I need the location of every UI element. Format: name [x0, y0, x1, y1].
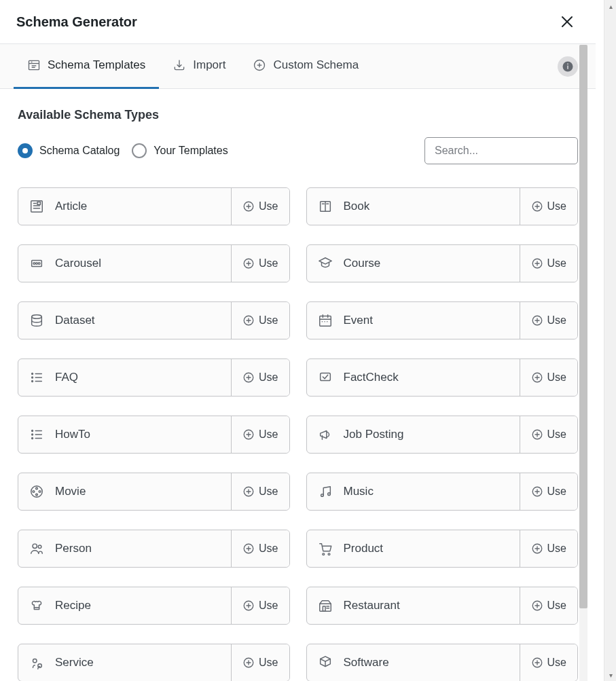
plus-circle-icon	[242, 542, 255, 555]
use-button-faq[interactable]: Use	[231, 359, 289, 396]
use-label: Use	[259, 200, 278, 213]
list-icon	[29, 370, 44, 385]
inner-scrollbar-thumb[interactable]	[579, 45, 587, 608]
use-label: Use	[259, 657, 278, 669]
plus-circle-icon	[242, 428, 255, 441]
service-icon	[29, 655, 44, 670]
import-icon	[173, 58, 186, 72]
use-label: Use	[547, 314, 566, 327]
schema-name: Job Posting	[344, 428, 404, 441]
schema-card-label: Event	[307, 302, 520, 339]
use-button-factcheck[interactable]: Use	[520, 359, 577, 396]
use-label: Use	[547, 200, 566, 213]
plus-circle-icon	[531, 657, 543, 669]
schema-card-label: HowTo	[18, 416, 231, 453]
schema-card-carousel: CarouselUse	[18, 244, 290, 282]
use-button-service[interactable]: Use	[231, 644, 289, 681]
use-button-dataset[interactable]: Use	[231, 302, 289, 339]
tab-bar: Schema Templates Import Custom Schema	[0, 44, 596, 89]
schema-card-course: CourseUse	[306, 244, 579, 282]
schema-card-service: ServiceUse	[18, 644, 290, 681]
use-label: Use	[547, 542, 566, 555]
schema-card-faq: FAQUse	[18, 358, 290, 397]
use-button-software[interactable]: Use	[520, 644, 577, 681]
use-label: Use	[259, 314, 278, 327]
plus-circle-icon	[242, 485, 255, 498]
use-button-product[interactable]: Use	[520, 530, 577, 567]
inner-scrollbar-track[interactable]	[579, 45, 587, 681]
schema-card-label: Service	[18, 644, 231, 681]
use-button-carousel[interactable]: Use	[231, 245, 289, 282]
tab-import[interactable]: Import	[159, 44, 239, 89]
schema-card-article: ArticleUse	[18, 187, 290, 225]
schema-name: Product	[344, 542, 384, 555]
use-button-restaurant[interactable]: Use	[520, 587, 577, 624]
radio-your-templates[interactable]: Your Templates	[132, 143, 228, 158]
use-button-music[interactable]: Use	[520, 473, 577, 510]
schema-card-software: SoftwareUse	[306, 644, 579, 681]
use-label: Use	[547, 371, 566, 384]
schema-name: Carousel	[55, 257, 101, 270]
scroll-up-arrow-icon[interactable]: ▴	[604, 0, 616, 12]
article-icon	[29, 199, 44, 214]
use-button-article[interactable]: Use	[231, 188, 289, 225]
software-icon	[318, 655, 333, 670]
use-button-book[interactable]: Use	[520, 188, 577, 225]
tab-custom-schema[interactable]: Custom Schema	[239, 44, 372, 89]
use-button-jobposting[interactable]: Use	[520, 416, 577, 453]
schema-card-event: EventUse	[306, 301, 579, 339]
schema-grid: ArticleUseBookUseCarouselUseCourseUseDat…	[18, 187, 578, 681]
tab-schema-templates[interactable]: Schema Templates	[14, 44, 159, 89]
plus-circle-icon	[242, 657, 255, 669]
schema-card-label: Course	[307, 245, 520, 282]
tab-label: Custom Schema	[273, 58, 359, 72]
plus-circle-icon	[242, 314, 255, 327]
product-icon	[318, 541, 333, 556]
list-icon	[29, 427, 44, 442]
radio-label: Schema Catalog	[39, 145, 120, 157]
use-label: Use	[259, 600, 278, 612]
use-button-course[interactable]: Use	[520, 245, 577, 282]
info-button[interactable]	[558, 56, 578, 77]
course-icon	[318, 256, 333, 271]
plus-circle-icon	[242, 371, 255, 384]
use-label: Use	[259, 257, 278, 270]
svg-rect-12	[567, 65, 568, 69]
use-label: Use	[259, 542, 278, 555]
plus-circle-icon	[531, 371, 543, 384]
use-label: Use	[547, 257, 566, 270]
schema-name: Course	[344, 257, 381, 270]
radio-schema-catalog[interactable]: Schema Catalog	[18, 143, 120, 158]
use-button-movie[interactable]: Use	[231, 473, 289, 510]
radio-circle-selected-icon	[18, 143, 33, 158]
schema-card-label: Music	[307, 473, 520, 510]
outer-scrollbar[interactable]: ▴ ▾	[604, 0, 616, 681]
restaurant-icon	[318, 598, 333, 613]
plus-circle-icon	[531, 314, 543, 327]
schema-card-label: Dataset	[18, 302, 231, 339]
scroll-down-arrow-icon[interactable]: ▾	[604, 669, 616, 681]
close-button[interactable]	[555, 10, 579, 34]
use-button-person[interactable]: Use	[231, 530, 289, 567]
svg-rect-13	[567, 63, 568, 65]
schema-card-movie: MovieUse	[18, 473, 290, 511]
plus-circle-icon	[242, 600, 255, 612]
dataset-icon	[29, 313, 44, 328]
megaphone-icon	[318, 427, 333, 442]
tab-label: Import	[193, 58, 225, 72]
modal-header: Schema Generator	[0, 0, 596, 44]
schema-card-howto: HowToUse	[18, 416, 290, 454]
schema-card-product: ProductUse	[306, 530, 579, 568]
section-heading: Available Schema Types	[18, 108, 578, 122]
event-icon	[318, 313, 333, 328]
search-input[interactable]	[424, 137, 578, 164]
use-label: Use	[547, 657, 566, 669]
use-button-event[interactable]: Use	[520, 302, 577, 339]
schema-name: HowTo	[55, 428, 90, 441]
use-label: Use	[259, 371, 278, 384]
use-button-recipe[interactable]: Use	[231, 587, 289, 624]
music-icon	[318, 484, 333, 499]
schema-name: Restaurant	[344, 599, 400, 612]
svg-rect-2	[29, 60, 39, 69]
use-button-howto[interactable]: Use	[231, 416, 289, 453]
